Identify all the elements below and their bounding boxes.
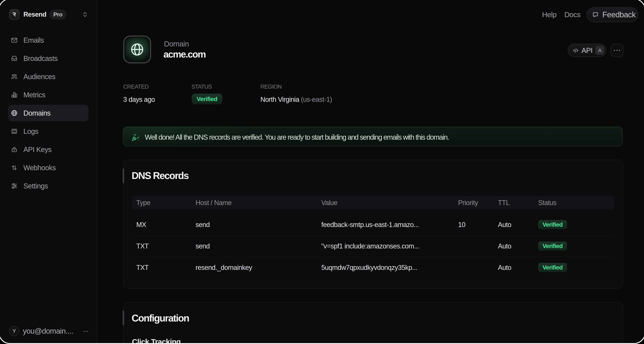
cell-status: Verified xyxy=(538,257,567,278)
account-menu[interactable]: Y you@domain.... xyxy=(9,326,88,336)
column-header-value: Value xyxy=(321,196,337,210)
sidebar-item-settings[interactable]: Settings xyxy=(8,178,88,194)
click-tracking-label: Click Tracking xyxy=(132,338,180,344)
help-link[interactable]: Help xyxy=(542,10,556,19)
created-value: 3 days ago xyxy=(123,96,155,104)
cell-value: 5uqmdw7qpxudkyvdonqzy35kp... xyxy=(321,257,417,278)
workspace-name: Resend xyxy=(24,11,46,18)
logs-icon xyxy=(11,128,18,135)
speech-bubble-icon xyxy=(592,12,598,18)
created-label: CREATED xyxy=(123,84,148,90)
sidebar-item-emails[interactable]: Emails xyxy=(8,32,88,48)
dns-record-row: MX send feedback-smtp.us-east-1.amazo...… xyxy=(132,214,614,236)
more-actions-button[interactable] xyxy=(610,44,623,57)
account-email: you@domain.... xyxy=(23,327,73,336)
cell-host: send xyxy=(196,236,210,257)
top-navigation: Help Docs Feedback xyxy=(542,7,638,22)
bar-chart-icon xyxy=(11,91,18,98)
configuration-card xyxy=(123,302,623,344)
sidebar-item-domains[interactable]: Domains xyxy=(8,105,88,121)
resend-r-logo-icon xyxy=(11,12,17,18)
cell-value: feedback-smtp.us-east-1.amazo... xyxy=(321,214,419,236)
party-popper-icon xyxy=(132,134,139,141)
domain-icon-tile xyxy=(123,36,151,64)
column-header-host: Host / Name xyxy=(196,196,232,210)
sidebar-item-label: Logs xyxy=(24,127,38,136)
configuration-title: Configuration xyxy=(132,312,189,324)
cell-status: Verified xyxy=(538,236,567,257)
region-value: North Virginia (us-east-1) xyxy=(260,96,332,104)
sidebar-item-logs[interactable]: Logs xyxy=(8,123,88,140)
column-header-priority: Priority xyxy=(458,196,478,210)
sidebar-item-label: Settings xyxy=(24,182,48,190)
dns-records-title: DNS Records xyxy=(132,170,188,181)
api-button[interactable]: API A xyxy=(568,44,606,57)
sidebar-item-api-keys[interactable]: API Keys xyxy=(8,141,88,158)
column-header-type: Type xyxy=(136,196,150,210)
lock-icon xyxy=(11,146,18,153)
sidebar-item-metrics[interactable]: Metrics xyxy=(8,87,88,103)
verified-badge: Verified xyxy=(538,242,567,251)
feedback-button[interactable]: Feedback xyxy=(587,7,638,22)
banner-message: Well done! All the DNS records are verif… xyxy=(145,133,449,141)
users-icon xyxy=(11,73,18,80)
page-title: acme.com xyxy=(164,49,206,60)
sidebar-item-label: Metrics xyxy=(24,91,45,99)
verified-badge: Verified xyxy=(538,220,567,229)
sidebar-item-webhooks[interactable]: Webhooks xyxy=(8,160,88,176)
sidebar-item-label: Emails xyxy=(24,36,44,44)
mail-icon xyxy=(11,36,18,44)
sidebar-item-broadcasts[interactable]: Broadcasts xyxy=(8,50,88,66)
region-label: REGION xyxy=(260,84,282,90)
docs-link[interactable]: Docs xyxy=(564,10,580,19)
sidebar-item-label: Audiences xyxy=(24,73,55,81)
cell-ttl: Auto xyxy=(498,214,511,236)
resend-logo xyxy=(9,9,20,20)
chevron-up-down-icon xyxy=(82,11,88,18)
dns-record-row: TXT resend._domainkey 5uqmdw7qpxudkyvdon… xyxy=(132,257,614,278)
cell-type: TXT xyxy=(136,236,148,257)
status-label: STATUS xyxy=(192,84,212,90)
domain-eyebrow: Domain xyxy=(164,40,189,48)
column-header-ttl: TTL xyxy=(498,196,510,210)
region-code: (us-east-1) xyxy=(301,96,332,103)
region-name: North Virginia xyxy=(260,96,299,103)
status-badge: Verified xyxy=(192,94,222,104)
globe-icon xyxy=(130,42,145,57)
cell-priority: 10 xyxy=(458,214,466,236)
sidebar-nav: Emails Broadcasts xyxy=(8,32,88,196)
sidebar-item-label: API Keys xyxy=(24,146,52,154)
sliders-icon xyxy=(11,182,18,190)
avatar: Y xyxy=(9,326,19,336)
arrows-up-down-icon xyxy=(11,164,18,171)
cell-host: resend._domainkey xyxy=(196,257,252,278)
code-icon xyxy=(572,47,579,54)
verification-success-banner: Well done! All the DNS records are verif… xyxy=(123,127,622,146)
dns-table-header: Type Host / Name Value Priority TTL Stat… xyxy=(132,196,614,210)
ellipsis-icon[interactable] xyxy=(84,330,88,332)
plan-badge: Pro xyxy=(49,10,66,20)
cell-ttl: Auto xyxy=(498,257,511,278)
cell-type: MX xyxy=(136,214,146,236)
verified-badge: Verified xyxy=(538,263,567,272)
inbox-icon xyxy=(11,55,18,62)
sidebar-item-label: Domains xyxy=(24,109,50,117)
api-button-label: API xyxy=(582,46,592,54)
dns-record-row: TXT send "v=spf1 include:amazonses.com..… xyxy=(132,236,614,257)
sidebar-item-label: Broadcasts xyxy=(24,54,58,62)
sidebar-item-audiences[interactable]: Audiences xyxy=(8,68,88,85)
card-accent-bar xyxy=(123,168,124,183)
keyboard-shortcut-badge: A xyxy=(596,46,604,55)
sidebar-item-label: Webhooks xyxy=(24,164,56,172)
workspace-switcher[interactable]: Resend Pro xyxy=(9,9,88,20)
card-accent-bar xyxy=(123,310,124,325)
column-header-status: Status xyxy=(538,196,556,210)
globe-icon xyxy=(11,110,18,117)
cell-value: "v=spf1 include:amazonses.com... xyxy=(321,236,419,257)
cell-ttl: Auto xyxy=(498,236,511,257)
cell-status: Verified xyxy=(538,214,567,236)
sidebar: Resend Pro Emails Broadcasts xyxy=(0,0,97,344)
feedback-label: Feedback xyxy=(602,10,636,19)
cell-host: send xyxy=(196,214,210,236)
cell-type: TXT xyxy=(136,257,148,278)
